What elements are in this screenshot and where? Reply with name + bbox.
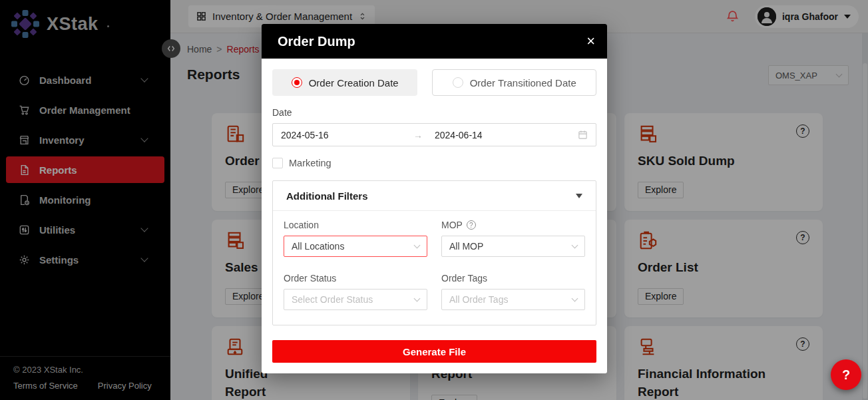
- additional-filters-body: Location All Locations MOP? All MOP Orde…: [273, 211, 596, 325]
- order-status-placeholder: Select Order Status: [292, 294, 373, 305]
- marketing-checkbox-row[interactable]: Marketing: [272, 158, 596, 168]
- order-tags-label: Order Tags: [441, 273, 585, 284]
- additional-filters-title: Additional Filters: [286, 190, 368, 202]
- chevron-down-icon: [572, 242, 578, 249]
- help-fab-button[interactable]: ?: [831, 359, 861, 390]
- date-field-label: Date: [272, 107, 596, 118]
- location-field: Location All Locations: [284, 220, 427, 257]
- chevron-down-icon: [414, 242, 421, 249]
- radio-label: Order Creation Date: [309, 77, 399, 89]
- modal-title: Order Dump: [278, 34, 355, 49]
- caret-down-icon: [576, 194, 582, 198]
- radio-order-transitioned-date[interactable]: Order Transitioned Date: [432, 69, 596, 96]
- order-status-field: Order Status Select Order Status: [284, 273, 427, 310]
- mop-field: MOP? All MOP: [441, 220, 585, 257]
- date-range-input[interactable]: 2024-05-16 → 2024-06-14: [272, 123, 596, 146]
- date-end-value: 2024-06-14: [435, 130, 578, 140]
- chevron-down-icon: [414, 296, 421, 302]
- close-icon[interactable]: ×: [586, 34, 595, 49]
- order-tags-select[interactable]: All Order Tags: [441, 289, 585, 310]
- mop-value: All MOP: [449, 241, 483, 252]
- additional-filters-panel: Additional Filters Location All Location…: [272, 180, 596, 325]
- modal-header: Order Dump ×: [262, 24, 607, 59]
- order-tags-value: All Order Tags: [449, 294, 508, 305]
- date-type-radio-group: Order Creation Date Order Transitioned D…: [272, 69, 596, 96]
- date-start-value: 2024-05-16: [281, 130, 413, 140]
- order-dump-modal: Order Dump × Order Creation Date Order T…: [262, 24, 607, 373]
- date-range-arrow-icon: →: [413, 130, 423, 140]
- modal-body: Order Creation Date Order Transitioned D…: [262, 59, 607, 373]
- mop-help-icon[interactable]: ?: [467, 220, 476, 230]
- marketing-checkbox[interactable]: [272, 158, 283, 168]
- order-tags-field: Order Tags All Order Tags: [441, 273, 585, 310]
- calendar-icon: [578, 130, 588, 140]
- order-status-label: Order Status: [284, 273, 427, 284]
- radio-label: Order Transitioned Date: [470, 77, 576, 89]
- marketing-label: Marketing: [289, 158, 331, 168]
- location-label: Location: [284, 220, 427, 230]
- generate-file-button[interactable]: Generate File: [272, 340, 596, 363]
- radio-order-creation-date[interactable]: Order Creation Date: [272, 69, 417, 96]
- location-select[interactable]: All Locations: [284, 236, 427, 257]
- mop-select[interactable]: All MOP: [441, 236, 585, 257]
- mop-label: MOP: [441, 220, 463, 230]
- order-status-select[interactable]: Select Order Status: [284, 289, 427, 310]
- radio-selected-icon: [292, 77, 302, 88]
- additional-filters-toggle[interactable]: Additional Filters: [273, 181, 596, 211]
- radio-unselected-icon: [453, 77, 463, 88]
- location-value: All Locations: [292, 241, 344, 252]
- chevron-down-icon: [572, 296, 578, 302]
